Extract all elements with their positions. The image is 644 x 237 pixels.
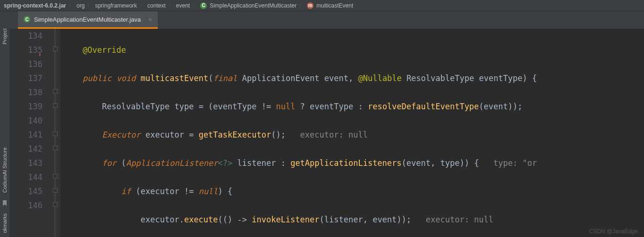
chevron-right-icon: 〉 [68, 1, 74, 9]
fold-toggle-icon[interactable] [53, 146, 58, 150]
breadcrumb-pkg[interactable]: org [76, 2, 85, 9]
line-number[interactable]: 145 [9, 184, 42, 198]
parameter: event [373, 215, 397, 224]
method-call: resolveDefaultEventType [368, 102, 479, 111]
method-call: getTaskExecutor [199, 130, 271, 139]
parameter: eventType [310, 102, 353, 111]
type: ApplicationListener [126, 158, 218, 168]
parameter: event [324, 74, 348, 83]
line-number[interactable]: 138 [9, 85, 42, 99]
line-number[interactable]: 146 [9, 198, 42, 212]
bookmarks-tool-button[interactable]: okmarks [1, 210, 8, 237]
variable: listener [324, 215, 363, 224]
variable: executor [145, 130, 184, 139]
chevron-right-icon: 〉 [168, 1, 174, 9]
variable: executor [141, 187, 179, 196]
breadcrumb-pkg[interactable]: springframework [95, 2, 137, 9]
tool-window-rail: Project CodiumAI Structure okmarks [0, 11, 9, 237]
editor-tab[interactable]: C SimpleApplicationEventMulticaster.java… [18, 11, 158, 29]
code-line[interactable]: executor.execute(() -> invokeListener(li… [60, 212, 644, 227]
chevron-right-icon: 〉 [299, 1, 305, 9]
line-number[interactable]: 136 [9, 57, 42, 71]
fold-toggle-icon[interactable] [53, 103, 58, 108]
breadcrumb-method-label: multicastEvent [316, 2, 353, 9]
line-number[interactable]: 139 [9, 99, 42, 114]
override-marker-icon[interactable]: ⬆ [37, 48, 42, 52]
fold-toggle-icon[interactable] [53, 202, 58, 207]
generic: <?> [218, 158, 233, 168]
fold-toggle-icon[interactable] [53, 174, 58, 179]
parameter: eventType [213, 102, 256, 111]
keyword: if [121, 187, 131, 196]
bookmarks-icon[interactable] [1, 199, 8, 207]
inline-hint: executor: null [300, 130, 368, 139]
breadcrumb-method[interactable]: m multicastEvent [307, 2, 353, 9]
line-number[interactable]: 141 [9, 128, 42, 142]
code-line[interactable]: if (executor != null) { [60, 184, 644, 198]
chevron-right-icon: 〉 [87, 1, 93, 9]
fold-toggle-icon[interactable] [53, 131, 58, 136]
annotation: @Nullable [358, 74, 402, 83]
breadcrumb-bar: spring-context-6.0.2.jar 〉 org 〉 springf… [0, 0, 644, 11]
class-file-icon: C [24, 16, 30, 23]
keyword: final [213, 74, 237, 83]
breadcrumb-class[interactable]: C SimpleApplicationEventMulticaster [200, 2, 297, 9]
type: ApplicationEvent [242, 74, 320, 83]
line-number[interactable]: 140 [9, 114, 42, 128]
method-name: multicastEvent [141, 74, 208, 83]
inline-hint: type: "or [493, 158, 537, 168]
parameter: event [484, 102, 508, 111]
type: Executor [102, 130, 141, 139]
tab-label: SimpleApplicationEventMulticaster.java [34, 16, 141, 23]
keyword: null [276, 102, 295, 111]
inline-hint: executor: null [426, 215, 493, 224]
fold-toggle-icon[interactable] [53, 89, 58, 94]
chevron-right-icon: 〉 [192, 1, 198, 9]
type: ResolvableType [102, 102, 169, 111]
class-icon: C [200, 2, 207, 9]
fold-toggle-icon[interactable] [53, 188, 58, 193]
fold-toggle-icon[interactable] [53, 47, 58, 51]
chevron-right-icon: 〉 [139, 1, 145, 9]
editor-tab-bar: C SimpleApplicationEventMulticaster.java… [0, 11, 644, 29]
watermark-label: CSDN @JavaEdge. [589, 228, 639, 235]
breadcrumb-pkg[interactable]: context [147, 2, 166, 9]
parameter: event [407, 158, 431, 168]
variable: type [174, 102, 194, 111]
keyword: null [199, 187, 218, 196]
fold-gutter[interactable] [51, 29, 60, 237]
variable: type [440, 158, 459, 168]
code-line[interactable]: @Override [60, 43, 644, 57]
line-number[interactable]: 134 [9, 29, 42, 43]
breadcrumb-pkg[interactable]: event [176, 2, 190, 9]
line-number[interactable]: 142 [9, 142, 42, 156]
line-number-gutter[interactable]: 134 135⬆ 136 137 138 139 140 141 142 143… [9, 29, 51, 237]
code-editor[interactable]: 134 135⬆ 136 137 138 139 140 141 142 143… [9, 29, 644, 237]
code-line[interactable]: for (ApplicationListener<?> listener : g… [60, 156, 644, 170]
code-line[interactable]: ResolvableType type = (eventType != null… [60, 99, 644, 114]
codium-structure-tool-button[interactable]: CodiumAI Structure [1, 144, 8, 196]
type: ResolvableType [407, 74, 474, 83]
breadcrumb-class-label: SimpleApplicationEventMulticaster [210, 2, 297, 9]
method-icon: m [307, 2, 314, 9]
line-number[interactable]: 135⬆ [9, 43, 42, 57]
close-icon[interactable]: × [148, 16, 152, 23]
code-line[interactable]: public void multicastEvent(final Applica… [60, 71, 644, 85]
variable: listener [237, 158, 276, 168]
breadcrumb-library[interactable]: spring-context-6.0.2.jar [4, 2, 66, 9]
line-number[interactable]: 143 [9, 156, 42, 170]
keyword: public [83, 74, 111, 83]
code-area[interactable]: @Override public void multicastEvent(fin… [60, 29, 644, 237]
line-number[interactable]: 137 [9, 71, 42, 85]
parameter: eventType [479, 74, 522, 83]
annotation: @Override [83, 45, 126, 55]
method-call: getApplicationListeners [290, 158, 401, 168]
keyword: for [102, 158, 117, 168]
keyword: void [117, 74, 136, 83]
line-number[interactable]: 144 [9, 170, 42, 184]
code-line[interactable]: Executor executor = getTaskExecutor(); e… [60, 128, 644, 142]
method-call: invokeListener [252, 215, 319, 224]
method-call: execute [184, 215, 218, 224]
variable: executor [141, 215, 179, 224]
